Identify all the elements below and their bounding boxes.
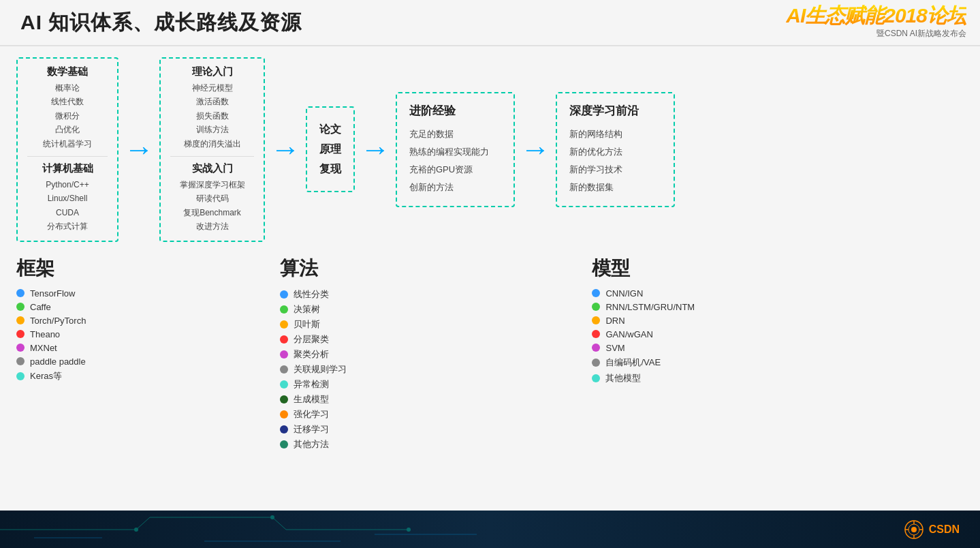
list-item: 异常检测 <box>280 378 571 391</box>
svg-point-5 <box>134 528 138 532</box>
circuit-decoration <box>0 511 613 548</box>
svg-point-13 <box>911 527 917 532</box>
dot-paddle <box>16 357 25 365</box>
frameworks-col: 框架 TensorFlow Caffe Torch/PyTorch Theano <box>16 256 266 386</box>
computer-items: Python/C++ Linux/Shell CUDA 分布式计算 <box>27 178 108 234</box>
advanced-title: 进阶经验 <box>409 103 501 119</box>
math-items: 概率论 线性代数 微积分 凸优化 统计机器学习 <box>27 81 108 151</box>
model-legend: CNN/IGN RNN/LSTM/GRU/NTM DRN GAN/wGAN SV… <box>592 288 957 384</box>
math-title: 数学基础 <box>27 65 108 78</box>
list-item: 生成模型 <box>280 393 571 406</box>
list-item: 迁移学习 <box>280 423 571 436</box>
models-label: 模型 <box>592 256 957 281</box>
top-right-logo: AI生态赋能2018论坛 暨CSDN AI新战略发布会 <box>786 4 966 40</box>
list-item: Caffe <box>16 302 259 312</box>
svg-point-7 <box>407 528 411 532</box>
list-item: 决策树 <box>280 303 571 316</box>
algorithms-label: 算法 <box>280 256 571 281</box>
logo-main: AI生态赋能2018论坛 <box>786 4 966 27</box>
flow-row: 数学基础 概率论 线性代数 微积分 凸优化 统计机器学习 计算机基础 Pytho… <box>16 57 964 242</box>
list-item: SVM <box>592 343 957 353</box>
arrow-2: → <box>270 134 300 164</box>
list-item: GAN/wGAN <box>592 329 957 339</box>
list-item: 线性分类 <box>280 288 571 301</box>
advanced-items: 充足的数据 熟练的编程实现能力 充裕的GPU资源 创新的方法 <box>409 125 501 196</box>
logo-sub: 暨CSDN AI新战略发布会 <box>786 28 966 40</box>
bottom-categories: 框架 TensorFlow Caffe Torch/PyTorch Theano <box>16 256 964 453</box>
list-item: 分层聚类 <box>280 333 571 346</box>
frontier-items: 新的网络结构 新的优化方法 新的学习技术 新的数据集 <box>569 125 661 196</box>
dot-theano <box>16 330 25 338</box>
list-item: Keras等 <box>16 370 259 382</box>
list-item: Torch/PyTorch <box>16 316 259 326</box>
list-item: paddle paddle <box>16 356 259 367</box>
list-item: 关联规则学习 <box>280 363 571 376</box>
computer-title: 计算机基础 <box>27 162 108 175</box>
practice-items: 掌握深度学习框架 研读代码 复现Benchmark 改进方法 <box>170 178 254 234</box>
list-item: CNN/IGN <box>592 288 957 299</box>
arrow-4: → <box>520 134 550 164</box>
list-item: RNN/LSTM/GRU/NTM <box>592 302 957 312</box>
frontier-title: 深度学习前沿 <box>569 103 661 119</box>
dot-caffe <box>16 303 25 311</box>
list-item: 其他方法 <box>280 438 571 451</box>
list-item: TensorFlow <box>16 288 259 299</box>
csdn-icon <box>904 520 923 539</box>
box-math-computer: 数学基础 概率论 线性代数 微积分 凸优化 统计机器学习 计算机基础 Pytho… <box>16 57 118 242</box>
box-advanced: 进阶经验 充足的数据 熟练的编程实现能力 充裕的GPU资源 创新的方法 <box>396 92 515 207</box>
theory-title: 理论入门 <box>170 65 254 78</box>
list-item: Theano <box>16 329 259 339</box>
csdn-logo: CSDN <box>904 520 960 539</box>
algorithm-legend: 线性分类 决策树 贝叶斯 分层聚类 聚类分析 <box>280 288 571 451</box>
box-paper: 论文 原理 复现 <box>306 106 355 192</box>
bottom-strip: CSDN <box>0 511 980 548</box>
dot-tensorflow <box>16 289 25 297</box>
dot-keras <box>16 372 25 380</box>
algorithms-col: 算法 线性分类 决策树 贝叶斯 分层聚类 <box>266 256 585 453</box>
dot-torch <box>16 316 25 324</box>
paper-text: 论文 原理 复现 <box>317 120 344 179</box>
list-item: 自编码机/VAE <box>592 356 957 369</box>
page-title: AI 知识体系、成长路线及资源 <box>20 9 302 37</box>
theory-items: 神经元模型 激活函数 损失函数 训练方法 梯度的消失溢出 <box>170 81 254 151</box>
framework-legend: TensorFlow Caffe Torch/PyTorch Theano MX… <box>16 288 259 382</box>
svg-point-6 <box>270 515 274 519</box>
practice-title: 实战入门 <box>170 162 254 175</box>
svg-line-1 <box>136 517 150 530</box>
svg-line-3 <box>272 517 286 530</box>
main-content: 数学基础 概率论 线性代数 微积分 凸优化 统计机器学习 计算机基础 Pytho… <box>0 46 980 511</box>
list-item: 其他模型 <box>592 372 957 384</box>
list-item: DRN <box>592 316 957 326</box>
box-frontier: 深度学习前沿 新的网络结构 新的优化方法 新的学习技术 新的数据集 <box>556 92 675 207</box>
frameworks-label: 框架 <box>16 256 259 281</box>
models-col: 模型 CNN/IGN RNN/LSTM/GRU/NTM DRN GAN/wGAN <box>585 256 964 388</box>
box-theory-practice: 理论入门 神经元模型 激活函数 损失函数 训练方法 梯度的消失溢出 实战入门 掌… <box>159 57 265 242</box>
list-item: 贝叶斯 <box>280 318 571 331</box>
csdn-label: CSDN <box>929 523 960 536</box>
arrow-1: → <box>124 134 154 164</box>
list-item: 强化学习 <box>280 408 571 421</box>
list-item: 聚类分析 <box>280 348 571 361</box>
list-item: MXNet <box>16 343 259 353</box>
arrow-3: → <box>360 134 390 164</box>
dot-mxnet <box>16 344 25 352</box>
